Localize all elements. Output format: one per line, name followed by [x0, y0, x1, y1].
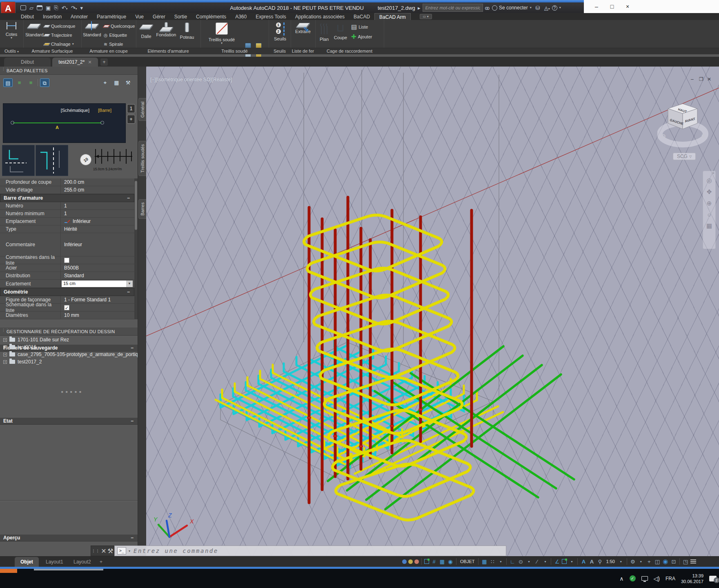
pan-icon[interactable]: ✥: [707, 188, 712, 196]
prop-row[interactable]: DistributionStandard: [0, 272, 134, 280]
compass-south[interactable]: S: [701, 133, 705, 139]
prop-row-emplacement[interactable]: EmplacementInférieur: [0, 218, 134, 225]
tab-bacad[interactable]: BaCAD: [349, 13, 374, 20]
orbit-icon[interactable]: ○: [707, 211, 711, 218]
layout-orb-icon[interactable]: [408, 559, 413, 564]
close-button[interactable]: ×: [621, 1, 634, 12]
command-grip-icon[interactable]: ⋮⋮: [91, 549, 100, 553]
cage-ajouter-button[interactable]: ✚Ajouter: [351, 33, 372, 40]
snap-mode-icon[interactable]: #: [431, 558, 437, 565]
panel-liste-de-fer[interactable]: Liste de fer: [291, 49, 315, 53]
tab-complements[interactable]: Compléments: [191, 13, 231, 20]
viewport-restore-icon[interactable]: ❐: [699, 76, 703, 82]
tab-debut[interactable]: Début: [16, 13, 38, 20]
tree-item[interactable]: +1701-101 Dalle sur Rez: [0, 336, 138, 343]
encoupe-standard-button[interactable]: Standard: [83, 21, 101, 37]
prop-row[interactable]: Vide d'étage255.0 cm: [0, 186, 134, 194]
prop-row-commentaire[interactable]: CommentaireInférieur: [0, 233, 134, 256]
fullscreen-icon[interactable]: ◳: [682, 558, 689, 565]
annotation-scale-value[interactable]: 1:50: [605, 558, 616, 565]
cage-plan-button[interactable]: Plan: [317, 21, 332, 42]
palette-scrollbar[interactable]: [134, 178, 138, 319]
surfacique-trajectoire-button[interactable]: Trajectoire: [44, 31, 72, 39]
ecartement-input[interactable]: 15 cm: [62, 281, 126, 287]
tab-annoter[interactable]: Annoter: [66, 13, 92, 20]
taskbar-app-highlight[interactable]: [0, 569, 17, 573]
annotation-scale-icon[interactable]: ⚲: [597, 558, 603, 565]
checkbox-checked[interactable]: ✓: [64, 305, 69, 310]
ortho-mode-icon[interactable]: ∟: [509, 558, 516, 565]
model-orb-icon[interactable]: [402, 559, 407, 564]
section-apercu[interactable]: Aperçu−: [0, 534, 138, 541]
spacing-diagram-icon[interactable]: [93, 147, 134, 166]
dalle-button[interactable]: Dalle: [138, 21, 155, 39]
object-snap-icon[interactable]: [562, 559, 567, 564]
prop-row[interactable]: Numéro1: [0, 202, 134, 210]
layout-tab-layout1[interactable]: Layout1: [40, 557, 69, 567]
prop-row[interactable]: Diamètres10 mm: [0, 312, 134, 319]
panel-armature-en-coupe[interactable]: Armature en coupe: [81, 49, 136, 53]
filetab-new-icon[interactable]: +: [100, 58, 108, 66]
snap-ghost-icon[interactable]: ◉: [447, 558, 454, 565]
side-tab-treillis-soudes[interactable]: Treillis soudés: [138, 141, 146, 176]
shape-thumbnail-1[interactable]: [2, 145, 35, 176]
preview-mode-barre[interactable]: [Barre]: [98, 108, 111, 113]
encoupe-spirale-button[interactable]: ≋Spirale: [104, 40, 123, 48]
tab-applications-associees[interactable]: Applications associées: [291, 13, 349, 20]
panel-outils[interactable]: Outils ▾: [0, 49, 23, 53]
viewport-minimize-icon[interactable]: –: [691, 76, 694, 82]
expand-icon[interactable]: +: [3, 360, 7, 364]
customization-menu-icon[interactable]: [690, 559, 696, 564]
settings-wrench-icon[interactable]: ⚒: [123, 78, 133, 87]
tree-item[interactable]: +test2016: [0, 343, 138, 351]
encoupe-etiquette-button[interactable]: ◎Etiquette: [104, 31, 127, 39]
filetab-document[interactable]: test2017_2*✕: [52, 58, 98, 67]
tab-parametrique[interactable]: Paramétrique: [92, 13, 131, 20]
layout-tab-objet[interactable]: Objet: [15, 557, 39, 567]
isodraft-caret-icon[interactable]: ▾: [542, 558, 548, 565]
panel-elements-armature[interactable]: Eléments d'armature: [136, 49, 200, 53]
surfacique-standard-button[interactable]: Standard: [25, 21, 42, 37]
list-view-icon[interactable]: ▤: [3, 78, 13, 87]
export-settings-icon[interactable]: ⊡: [670, 558, 677, 565]
plot-icon[interactable]: ⎘: [54, 4, 58, 11]
language-indicator[interactable]: FRA: [666, 576, 675, 581]
tray-chevron-icon[interactable]: ∧: [619, 575, 623, 582]
command-input[interactable]: [133, 547, 506, 555]
palette-splitter[interactable]: ■ ■ ■ ■ ■: [61, 390, 82, 394]
surfacique-chainage-button[interactable]: Chaînage▾: [44, 40, 74, 48]
workspace-gear-icon[interactable]: ⚙: [630, 558, 636, 565]
notification-center-icon[interactable]: 2: [709, 576, 717, 581]
zoom-icon[interactable]: ⊕: [707, 200, 712, 207]
tree-item[interactable]: +test2017_2: [0, 358, 138, 365]
cage-liste-button[interactable]: ▤Liste: [351, 23, 368, 31]
command-line[interactable]: ⋮⋮ ✕ ⚒ >_ ▾: [91, 546, 506, 556]
panel-cage-raccordement[interactable]: Cage de raccordement: [315, 49, 384, 53]
navigation-wheel-icon[interactable]: ◎: [706, 177, 712, 184]
autoloc-icon[interactable]: ⌖: [100, 78, 110, 87]
tab-vue[interactable]: Vue: [131, 13, 148, 20]
tab-a360[interactable]: A360: [231, 13, 251, 20]
extraire-button[interactable]: ⇘ Extraire: [292, 21, 314, 34]
side-tab-barres[interactable]: Barres: [138, 199, 146, 219]
qat-dropdown-icon[interactable]: ▾: [80, 5, 83, 11]
showmotion-icon[interactable]: ▦: [706, 222, 712, 229]
save-as-icon[interactable]: ▣: [46, 5, 51, 11]
prop-row-commentaires-liste[interactable]: Commentaires dans la liste: [0, 256, 134, 264]
tab-express-tools[interactable]: Express Tools: [251, 13, 290, 20]
clean-screen-icon[interactable]: ◉: [662, 558, 669, 565]
polar-tracking-icon[interactable]: ⊙: [517, 558, 524, 565]
command-close-icon[interactable]: ✕: [101, 547, 106, 555]
exchange-apps-icon[interactable]: ◬▾: [544, 5, 550, 11]
compass-west[interactable]: O: [661, 133, 666, 139]
numbering-icon[interactable]: ⧉: [40, 78, 49, 87]
panel-seuils[interactable]: Seuils: [269, 49, 291, 53]
navigation-bar[interactable]: × ◎ ✥ ⊕ ○ ▦: [703, 171, 716, 249]
sign-in-caret-icon[interactable]: ▾: [530, 7, 532, 9]
treillis-soude-button[interactable]: Treillis soudé▾: [203, 21, 240, 45]
object-snap-tracking-icon[interactable]: ∠: [554, 558, 560, 565]
binoculars-icon[interactable]: oo: [485, 5, 488, 11]
viewport-label[interactable]: [−][Isométrique orientée SO][Réaliste]: [150, 77, 232, 82]
tab-gerer[interactable]: Gérer: [148, 13, 170, 20]
drawing-viewport[interactable]: X Y Z [−][Isométrique orientée SO][Réali…: [146, 67, 719, 556]
